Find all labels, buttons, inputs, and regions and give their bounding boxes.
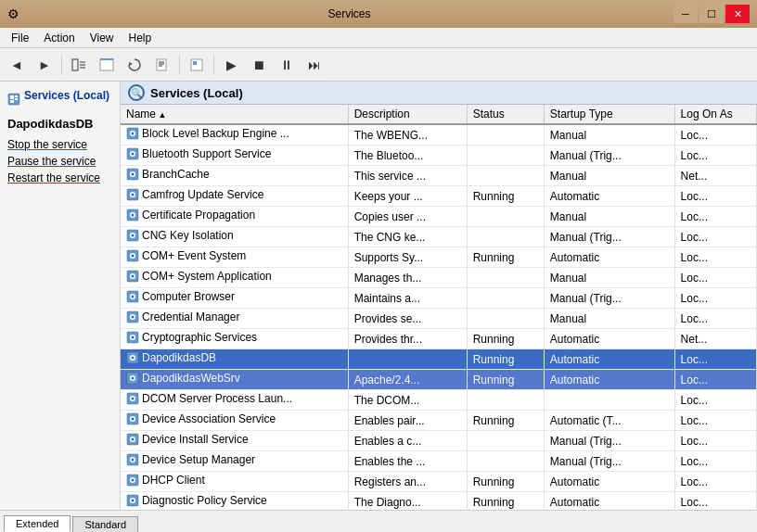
table-row[interactable]: COM+ System ApplicationManages th...Manu… <box>121 268 757 288</box>
tab-extended[interactable]: Extended <box>4 515 71 532</box>
svg-point-35 <box>132 234 135 237</box>
search-icon: 🔍 <box>128 84 145 101</box>
column-log-on[interactable]: Log On As <box>674 105 756 124</box>
service-startup-cell: Automatic (T... <box>544 411 674 431</box>
service-status-cell: Running <box>467 247 544 268</box>
restart-service-button[interactable]: ⏭ <box>302 53 327 77</box>
stop-link-suffix: the service <box>31 138 87 151</box>
service-startup-cell: Manual (Trig... <box>544 146 674 166</box>
service-description-cell: Supports Sy... <box>348 247 467 268</box>
services-local-header: Services (Local) <box>150 86 243 100</box>
service-name-cell: COM+ System Application <box>121 268 348 288</box>
export-button[interactable] <box>149 53 175 77</box>
table-row[interactable]: DapodikdasDBRunningAutomaticLoc... <box>121 349 757 370</box>
menu-action[interactable]: Action <box>36 30 82 46</box>
svg-point-44 <box>132 296 135 298</box>
service-description-cell: The WBENG... <box>348 124 467 146</box>
service-startup-cell: Manual (Trig... <box>544 431 674 451</box>
minimize-button[interactable]: ─ <box>674 5 698 23</box>
up-button[interactable] <box>94 53 120 77</box>
toolbar-separator-2 <box>179 55 180 75</box>
table-row[interactable]: DCOM Server Process Laun...The DCOM...Lo… <box>121 390 757 411</box>
service-startup-cell: Manual (Trig... <box>544 451 674 472</box>
service-logon-cell: Loc... <box>674 370 756 390</box>
window-icon: ⚙ <box>7 6 19 21</box>
pause-service-link[interactable]: Pause the service <box>7 155 112 168</box>
menu-file[interactable]: File <box>4 30 36 46</box>
sidebar: Services (Local) DapodikdasDB Stop the s… <box>0 82 121 510</box>
table-row[interactable]: Cryptographic ServicesProvides thr...Run… <box>121 329 757 349</box>
service-startup-cell: Automatic <box>544 247 674 268</box>
service-name-cell: Device Install Service <box>121 431 348 451</box>
service-status-cell <box>467 309 544 329</box>
service-status-cell: Running <box>467 186 544 207</box>
menu-view[interactable]: View <box>83 30 122 46</box>
svg-point-23 <box>132 153 135 156</box>
close-button[interactable]: ✕ <box>725 5 750 23</box>
services-header-bar: 🔍 Services (Local) <box>121 82 757 105</box>
service-description-cell <box>348 349 467 370</box>
table-row[interactable]: BranchCacheThis service ...ManualNet... <box>121 166 757 186</box>
table-row[interactable]: DapodikdasWebSrvApache/2.4...RunningAuto… <box>121 370 757 390</box>
column-description[interactable]: Description <box>348 105 467 124</box>
svg-point-59 <box>132 398 135 400</box>
table-row[interactable]: Computer BrowserMaintains a...Manual (Tr… <box>121 288 757 309</box>
table-row[interactable]: Diagnostic Policy ServiceThe Diagno...Ru… <box>121 492 757 511</box>
start-service-button[interactable]: ▶ <box>218 53 244 77</box>
stop-service-button[interactable]: ⏹ <box>246 53 272 77</box>
svg-point-50 <box>132 336 135 339</box>
service-status-cell <box>467 146 544 166</box>
table-row[interactable]: Device Setup ManagerEnables the ...Manua… <box>121 451 757 472</box>
table-row[interactable]: Camfrog Update ServiceKeeps your ...Runn… <box>121 186 757 207</box>
svg-point-29 <box>132 194 135 196</box>
show-hide-tree-button[interactable] <box>66 53 92 77</box>
content-area: 🔍 Services (Local) Name Description Stat… <box>121 82 757 510</box>
table-row[interactable]: Certificate PropagationCopies user ...Ma… <box>121 207 757 227</box>
column-name[interactable]: Name <box>121 105 348 124</box>
refresh-button[interactable] <box>122 53 148 77</box>
menu-help[interactable]: Help <box>122 30 160 46</box>
svg-rect-12 <box>193 61 197 65</box>
table-row[interactable]: COM+ Event SystemSupports Sy...RunningAu… <box>121 247 757 268</box>
service-status-cell <box>467 207 544 227</box>
window-title: Services <box>25 7 674 20</box>
stop-service-link[interactable]: Stop the service <box>7 138 112 151</box>
svg-rect-0 <box>72 59 78 70</box>
sidebar-selected-service-name: DapodikdasDB <box>7 117 112 131</box>
service-name-cell: CNG Key Isolation <box>121 227 348 247</box>
maximize-button[interactable]: ☐ <box>699 5 724 23</box>
service-startup-cell: Manual <box>544 207 674 227</box>
services-table-container[interactable]: Name Description Status Startup Type Log… <box>121 105 757 510</box>
service-description-cell: Apache/2.4... <box>348 370 467 390</box>
service-status-cell <box>467 268 544 288</box>
forward-button[interactable]: ► <box>32 53 58 77</box>
service-description-cell: Enables the ... <box>348 451 467 472</box>
service-startup-cell: Manual <box>544 124 674 146</box>
table-row[interactable]: Bluetooth Support ServiceThe Bluetoo...M… <box>121 146 757 166</box>
column-status[interactable]: Status <box>467 105 544 124</box>
restart-service-link[interactable]: Restart the service <box>7 171 112 184</box>
main-layout: Services (Local) DapodikdasDB Stop the s… <box>0 82 757 510</box>
svg-point-68 <box>132 459 135 462</box>
service-name-cell: Certificate Propagation <box>121 207 348 227</box>
service-logon-cell: Loc... <box>674 207 756 227</box>
service-description-cell: Registers an... <box>348 472 467 492</box>
pause-service-button[interactable]: ⏸ <box>274 53 300 77</box>
service-logon-cell: Loc... <box>674 390 756 411</box>
column-startup-type[interactable]: Startup Type <box>544 105 674 124</box>
table-row[interactable]: CNG Key IsolationThe CNG ke...Manual (Tr… <box>121 227 757 247</box>
service-status-cell <box>467 288 544 309</box>
service-startup-cell: Automatic <box>544 492 674 511</box>
table-row[interactable]: Block Level Backup Engine ...The WBENG..… <box>121 124 757 146</box>
service-logon-cell: Loc... <box>674 288 756 309</box>
table-row[interactable]: Credential ManagerProvides se...ManualLo… <box>121 309 757 329</box>
properties-button[interactable] <box>184 53 210 77</box>
service-name-cell: DHCP Client <box>121 472 348 492</box>
back-button[interactable]: ◄ <box>4 53 30 77</box>
tab-standard[interactable]: Standard <box>72 516 138 532</box>
table-row[interactable]: Device Association ServiceEnables pair..… <box>121 411 757 431</box>
toolbar-separator-1 <box>61 55 62 75</box>
table-row[interactable]: Device Install ServiceEnables a c...Manu… <box>121 431 757 451</box>
service-startup-cell: Automatic <box>544 329 674 349</box>
table-row[interactable]: DHCP ClientRegisters an...RunningAutomat… <box>121 472 757 492</box>
